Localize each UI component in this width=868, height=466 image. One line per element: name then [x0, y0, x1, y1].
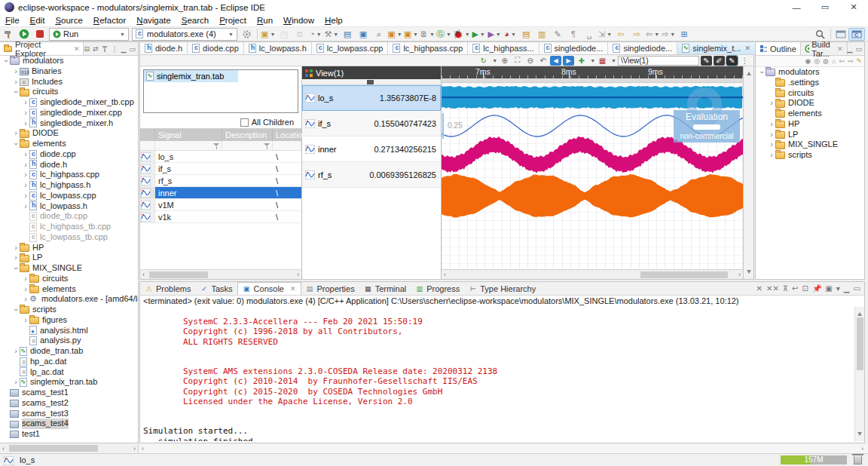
expand-arrow-icon[interactable]: ›	[22, 274, 29, 284]
dropdown-caret-icon[interactable]: ▼	[413, 32, 418, 37]
debug-button[interactable]: 🐞▼	[453, 28, 470, 41]
tree-item-lc-highpass-h[interactable]: ›lc_highpass.h	[0, 180, 138, 191]
waveform-file-item[interactable]: singlemix_tran.tab	[144, 70, 238, 82]
console-tab-properties[interactable]: ▤Properties	[301, 282, 359, 295]
search-doc-button[interactable]: ▤	[340, 28, 354, 41]
value-row-rf-s[interactable]: rf_s0.0069395126825	[302, 162, 441, 188]
signal-row-v1k[interactable]: v1k\	[140, 211, 301, 223]
link-icon[interactable]: ✎	[856, 57, 862, 65]
mark-1-button[interactable]: ¶	[567, 28, 581, 41]
tree-item-modulators-exe-amd64-le[interactable]: ›modulators.exe - [amd64/le]	[0, 294, 138, 305]
filter-icon[interactable]	[213, 143, 220, 149]
dropdown-caret-icon[interactable]: ▼	[429, 32, 435, 37]
hide-static-icon[interactable]: ◍	[823, 57, 829, 65]
build-hammer-button[interactable]	[1, 28, 15, 41]
tree-item-scripts[interactable]: ›scripts	[756, 150, 864, 161]
forward-gold-button[interactable]: ⇨	[630, 28, 644, 41]
value-row-if-s[interactable]: if_s0.155040747423	[302, 111, 441, 136]
tab-outline[interactable]: Outline	[756, 42, 801, 55]
scroll-down-icon[interactable]	[857, 432, 862, 438]
filter-icon[interactable]	[102, 45, 108, 52]
tree-item-lp[interactable]: ›LP	[0, 253, 138, 263]
expand-arrow-icon[interactable]: ›	[768, 139, 775, 150]
mark-3-button[interactable]: ⇲▼	[598, 28, 613, 41]
close-icon[interactable]: ✕	[290, 285, 296, 293]
maximize-view-icon[interactable]: ▭	[855, 45, 862, 53]
launch-settings-gear-button[interactable]	[240, 28, 254, 41]
editor-tab-lc-lowpass-cpp[interactable]: lc_lowpass.cpp	[312, 42, 389, 54]
tree-item-analysis-html[interactable]: analysis.html	[0, 326, 138, 336]
expand-arrow-icon[interactable]: ›	[22, 170, 29, 180]
delete-view-button[interactable]: ✐	[714, 56, 725, 66]
signal-row-v1m[interactable]: v1M\	[140, 199, 301, 211]
console-tab-progress[interactable]: ▥Progress	[411, 282, 464, 295]
dropdown-caret-icon[interactable]: ▼	[670, 32, 675, 37]
menu-help[interactable]: Help	[319, 16, 348, 25]
tree-item-test1[interactable]: test1	[0, 429, 138, 440]
editor-tab-singlediode[interactable]: singlediode...	[539, 42, 609, 54]
tree-item-diode-tb-cpp[interactable]: diode_tb.cpp	[0, 211, 138, 222]
signal-row-rf-s[interactable]: rf_s\	[140, 175, 301, 187]
cpp-perspective-button[interactable]: C	[848, 28, 865, 41]
close-window-icon[interactable]: ✕	[839, 0, 868, 14]
expand-arrow-icon[interactable]: ›	[12, 77, 20, 87]
run-configuration-combo[interactable]: Run▼	[49, 28, 129, 41]
new-wizard-button[interactable]: ▣▼	[261, 28, 275, 41]
expand-arrow-icon[interactable]: ›	[22, 201, 29, 212]
close-icon[interactable]: ✕	[74, 45, 80, 53]
expand-arrow-icon[interactable]: ›	[12, 243, 20, 253]
dropdown-caret-icon[interactable]: ▼	[446, 32, 451, 37]
tree-item-circuits[interactable]: ›circuits	[0, 87, 138, 97]
scroll-lock-icon[interactable]: ⊼	[783, 284, 788, 293]
tree-item-lc-highpass-cpp[interactable]: ›lc_highpass.cpp	[0, 170, 138, 180]
show-stdout-icon[interactable]: ⊡	[802, 284, 808, 293]
console-view-button[interactable]: ▣	[356, 28, 370, 41]
forward-button[interactable]: ⇨▼	[662, 28, 676, 41]
tab-project-explorer[interactable]: Project Explorer ✕	[0, 42, 84, 55]
run-as-button[interactable]: ▶▼	[472, 28, 486, 41]
minimize-window-icon[interactable]: —	[782, 0, 811, 14]
dropdown-caret-icon[interactable]: ▼	[496, 32, 501, 37]
forward-icon[interactable]: ⇨	[848, 57, 854, 65]
dropdown-caret-icon[interactable]: ▼	[654, 32, 659, 37]
tree-item-lp-ac-dat[interactable]: lp_ac.dat	[0, 367, 138, 378]
editor-tab-singlediode[interactable]: singlediode...	[608, 42, 677, 54]
console-output[interactable]: SystemC 2.3.3-Accellera --- Feb 20 2021 …	[140, 307, 864, 441]
coverage-button[interactable]: ◕▼	[503, 28, 518, 41]
editor-tab-diode-h[interactable]: diode.h	[140, 42, 188, 54]
expand-arrow-icon[interactable]: ›	[768, 130, 775, 140]
console-hscrollbar[interactable]: ‹ ›	[139, 444, 868, 453]
next-view-button[interactable]: ▶	[563, 56, 574, 66]
scroll-right-icon[interactable]: ›	[738, 270, 741, 280]
tree-item-lc-highpass-tb-cpp[interactable]: lc_highpass_tb.cpp	[0, 222, 138, 232]
scroll-up-icon[interactable]	[857, 310, 862, 316]
tree-item-settings[interactable]: .settings	[756, 78, 864, 88]
tree-item-analysis-py[interactable]: analysis.py	[0, 336, 138, 346]
tree-item-diode[interactable]: ›DIODE	[0, 128, 138, 139]
scroll-left-icon[interactable]: ‹	[2, 444, 5, 453]
tree-item-singlediode-mixer-cpp[interactable]: ›singlediode_mixer.cpp	[0, 108, 138, 118]
minimize-view-icon[interactable]: ▁	[844, 284, 850, 293]
expand-arrow-icon[interactable]: ›	[22, 284, 29, 295]
tree-item-hp[interactable]: ›HP	[756, 119, 864, 130]
dropdown-caret-icon[interactable]: ▼	[480, 32, 485, 37]
open-console-icon[interactable]: ▾	[836, 284, 840, 293]
word-wrap-icon[interactable]: ↩	[792, 284, 798, 293]
signal-table-hscrollbar[interactable]: ‹ ›	[140, 269, 301, 279]
refresh-button[interactable]: ↻	[478, 56, 489, 66]
tree-item-diode[interactable]: ›DIODE	[756, 98, 864, 109]
scroll-right-icon[interactable]: ›	[133, 444, 136, 453]
back-gold-button[interactable]: ⇦	[614, 28, 628, 41]
run-button[interactable]	[17, 28, 31, 41]
open-perspective-mini-button[interactable]: ⊞	[677, 28, 692, 41]
editor-tab-lc-lowpass-h[interactable]: lc_lowpass.h	[244, 42, 312, 54]
menu-window[interactable]: Window	[278, 16, 319, 25]
expand-arrow-icon[interactable]: ›	[22, 97, 29, 108]
new-cpp-class-button[interactable]: ▣▼	[404, 28, 418, 41]
tree-item-lc-lowpass-h[interactable]: ›lc_lowpass.h	[0, 201, 138, 212]
value-row-inner[interactable]: inner0.271340256215	[302, 136, 441, 162]
remove-all-icon[interactable]: ✕✕	[766, 284, 779, 293]
add-signal-button[interactable]: ✚	[576, 56, 587, 66]
signal-row-if-s[interactable]: if_s\	[140, 163, 301, 175]
build-all-button[interactable]: ◔▼	[308, 28, 322, 41]
